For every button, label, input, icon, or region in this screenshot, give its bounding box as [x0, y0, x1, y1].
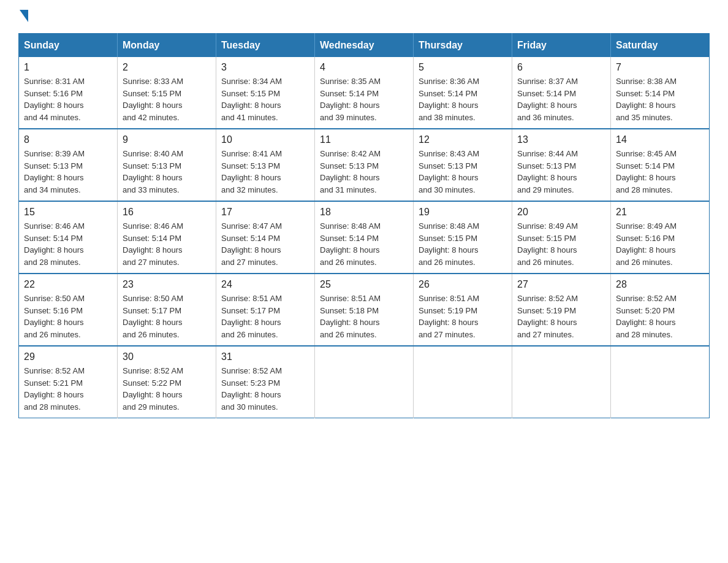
day-info: Sunrise: 8:52 AM Sunset: 5:23 PM Dayligh… [221, 365, 309, 413]
calendar-cell [414, 346, 512, 418]
day-number: 11 [320, 134, 408, 145]
day-info: Sunrise: 8:39 AM Sunset: 5:13 PM Dayligh… [24, 148, 112, 196]
day-info: Sunrise: 8:48 AM Sunset: 5:14 PM Dayligh… [320, 220, 408, 268]
calendar-cell: 2 Sunrise: 8:33 AM Sunset: 5:15 PM Dayli… [118, 57, 216, 129]
day-info: Sunrise: 8:33 AM Sunset: 5:15 PM Dayligh… [123, 75, 211, 123]
day-info: Sunrise: 8:51 AM Sunset: 5:19 PM Dayligh… [419, 293, 507, 340]
logo-triangle-icon [20, 10, 28, 22]
day-info: Sunrise: 8:31 AM Sunset: 5:16 PM Dayligh… [24, 75, 112, 123]
calendar-cell: 29 Sunrise: 8:52 AM Sunset: 5:21 PM Dayl… [19, 346, 118, 418]
week-row-5: 29 Sunrise: 8:52 AM Sunset: 5:21 PM Dayl… [19, 346, 710, 418]
calendar-cell: 26 Sunrise: 8:51 AM Sunset: 5:19 PM Dayl… [414, 274, 512, 346]
calendar-cell: 15 Sunrise: 8:46 AM Sunset: 5:14 PM Dayl… [19, 201, 118, 274]
day-number: 18 [320, 207, 408, 218]
day-info: Sunrise: 8:40 AM Sunset: 5:13 PM Dayligh… [123, 148, 211, 196]
day-number: 1 [24, 62, 112, 73]
week-row-1: 1 Sunrise: 8:31 AM Sunset: 5:16 PM Dayli… [19, 57, 710, 129]
calendar-cell [611, 346, 710, 418]
day-number: 21 [616, 207, 704, 218]
calendar-cell: 13 Sunrise: 8:44 AM Sunset: 5:13 PM Dayl… [512, 129, 611, 201]
calendar-cell: 8 Sunrise: 8:39 AM Sunset: 5:13 PM Dayli… [19, 129, 118, 201]
calendar-cell: 10 Sunrise: 8:41 AM Sunset: 5:13 PM Dayl… [216, 129, 315, 201]
header-thursday: Thursday [414, 34, 512, 58]
calendar-cell: 28 Sunrise: 8:52 AM Sunset: 5:20 PM Dayl… [611, 274, 710, 346]
day-info: Sunrise: 8:37 AM Sunset: 5:14 PM Dayligh… [517, 75, 605, 123]
calendar-cell: 25 Sunrise: 8:51 AM Sunset: 5:18 PM Dayl… [315, 274, 414, 346]
calendar-cell [512, 346, 611, 418]
day-number: 24 [221, 279, 309, 290]
logo [18, 12, 28, 21]
day-info: Sunrise: 8:51 AM Sunset: 5:18 PM Dayligh… [320, 293, 408, 340]
day-info: Sunrise: 8:52 AM Sunset: 5:20 PM Dayligh… [616, 293, 704, 340]
header-wednesday: Wednesday [315, 34, 414, 58]
header-sunday: Sunday [19, 34, 118, 58]
day-number: 27 [517, 279, 605, 290]
day-info: Sunrise: 8:44 AM Sunset: 5:13 PM Dayligh… [517, 148, 605, 196]
day-number: 5 [419, 62, 507, 73]
day-number: 15 [24, 207, 112, 218]
calendar-cell: 14 Sunrise: 8:45 AM Sunset: 5:14 PM Dayl… [611, 129, 710, 201]
header-saturday: Saturday [611, 34, 710, 58]
week-row-4: 22 Sunrise: 8:50 AM Sunset: 5:16 PM Dayl… [19, 274, 710, 346]
header-tuesday: Tuesday [216, 34, 315, 58]
day-number: 4 [320, 62, 408, 73]
day-info: Sunrise: 8:36 AM Sunset: 5:14 PM Dayligh… [419, 75, 507, 123]
day-number: 30 [123, 351, 211, 362]
calendar-cell: 11 Sunrise: 8:42 AM Sunset: 5:13 PM Dayl… [315, 129, 414, 201]
calendar-cell: 27 Sunrise: 8:52 AM Sunset: 5:19 PM Dayl… [512, 274, 611, 346]
calendar-cell: 9 Sunrise: 8:40 AM Sunset: 5:13 PM Dayli… [118, 129, 216, 201]
calendar-cell [315, 346, 414, 418]
day-number: 31 [221, 351, 309, 362]
logo-text [18, 12, 28, 22]
day-info: Sunrise: 8:49 AM Sunset: 5:16 PM Dayligh… [616, 220, 704, 268]
day-number: 14 [616, 134, 704, 145]
day-info: Sunrise: 8:48 AM Sunset: 5:15 PM Dayligh… [419, 220, 507, 268]
calendar-cell: 7 Sunrise: 8:38 AM Sunset: 5:14 PM Dayli… [611, 57, 710, 129]
day-number: 6 [517, 62, 605, 73]
calendar-cell: 1 Sunrise: 8:31 AM Sunset: 5:16 PM Dayli… [19, 57, 118, 129]
week-row-2: 8 Sunrise: 8:39 AM Sunset: 5:13 PM Dayli… [19, 129, 710, 201]
day-number: 20 [517, 207, 605, 218]
day-number: 22 [24, 279, 112, 290]
calendar-cell: 21 Sunrise: 8:49 AM Sunset: 5:16 PM Dayl… [611, 201, 710, 274]
day-number: 29 [24, 351, 112, 362]
day-info: Sunrise: 8:49 AM Sunset: 5:15 PM Dayligh… [517, 220, 605, 268]
calendar-header-row: SundayMondayTuesdayWednesdayThursdayFrid… [19, 34, 710, 58]
day-number: 10 [221, 134, 309, 145]
calendar-table: SundayMondayTuesdayWednesdayThursdayFrid… [18, 33, 710, 418]
calendar-cell: 22 Sunrise: 8:50 AM Sunset: 5:16 PM Dayl… [19, 274, 118, 346]
calendar-cell: 31 Sunrise: 8:52 AM Sunset: 5:23 PM Dayl… [216, 346, 315, 418]
calendar-cell: 24 Sunrise: 8:51 AM Sunset: 5:17 PM Dayl… [216, 274, 315, 346]
day-number: 16 [123, 207, 211, 218]
day-info: Sunrise: 8:41 AM Sunset: 5:13 PM Dayligh… [221, 148, 309, 196]
day-info: Sunrise: 8:52 AM Sunset: 5:22 PM Dayligh… [123, 365, 211, 413]
day-info: Sunrise: 8:43 AM Sunset: 5:13 PM Dayligh… [419, 148, 507, 196]
day-number: 2 [123, 62, 211, 73]
header-monday: Monday [118, 34, 216, 58]
day-info: Sunrise: 8:52 AM Sunset: 5:19 PM Dayligh… [517, 293, 605, 340]
calendar-cell: 6 Sunrise: 8:37 AM Sunset: 5:14 PM Dayli… [512, 57, 611, 129]
day-info: Sunrise: 8:52 AM Sunset: 5:21 PM Dayligh… [24, 365, 112, 413]
calendar-cell: 5 Sunrise: 8:36 AM Sunset: 5:14 PM Dayli… [414, 57, 512, 129]
day-number: 23 [123, 279, 211, 290]
calendar-cell: 30 Sunrise: 8:52 AM Sunset: 5:22 PM Dayl… [118, 346, 216, 418]
day-info: Sunrise: 8:38 AM Sunset: 5:14 PM Dayligh… [616, 75, 704, 123]
header-friday: Friday [512, 34, 611, 58]
day-number: 13 [517, 134, 605, 145]
calendar-cell: 16 Sunrise: 8:46 AM Sunset: 5:14 PM Dayl… [118, 201, 216, 274]
day-number: 3 [221, 62, 309, 73]
calendar-cell: 19 Sunrise: 8:48 AM Sunset: 5:15 PM Dayl… [414, 201, 512, 274]
day-number: 17 [221, 207, 309, 218]
day-info: Sunrise: 8:45 AM Sunset: 5:14 PM Dayligh… [616, 148, 704, 196]
day-info: Sunrise: 8:50 AM Sunset: 5:17 PM Dayligh… [123, 293, 211, 340]
calendar-cell: 4 Sunrise: 8:35 AM Sunset: 5:14 PM Dayli… [315, 57, 414, 129]
calendar-cell: 12 Sunrise: 8:43 AM Sunset: 5:13 PM Dayl… [414, 129, 512, 201]
week-row-3: 15 Sunrise: 8:46 AM Sunset: 5:14 PM Dayl… [19, 201, 710, 274]
calendar-cell: 23 Sunrise: 8:50 AM Sunset: 5:17 PM Dayl… [118, 274, 216, 346]
day-number: 19 [419, 207, 507, 218]
day-info: Sunrise: 8:46 AM Sunset: 5:14 PM Dayligh… [24, 220, 112, 268]
day-info: Sunrise: 8:34 AM Sunset: 5:15 PM Dayligh… [221, 75, 309, 123]
day-info: Sunrise: 8:42 AM Sunset: 5:13 PM Dayligh… [320, 148, 408, 196]
day-number: 25 [320, 279, 408, 290]
day-info: Sunrise: 8:35 AM Sunset: 5:14 PM Dayligh… [320, 75, 408, 123]
